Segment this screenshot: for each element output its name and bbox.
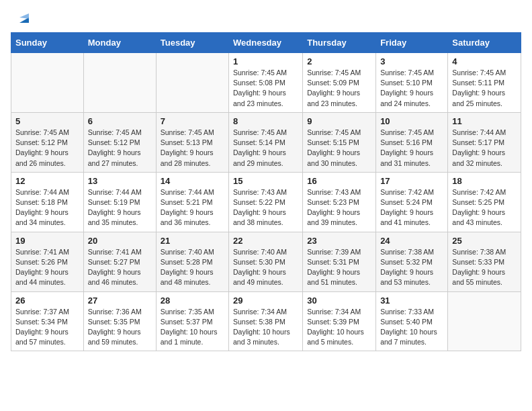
day-cell: 4Sunrise: 7:45 AM Sunset: 5:11 PM Daylig… bbox=[448, 53, 521, 113]
day-info: Sunrise: 7:45 AM Sunset: 5:15 PM Dayligh… bbox=[307, 128, 371, 169]
day-number: 24 bbox=[380, 236, 443, 246]
header bbox=[0, 0, 532, 32]
week-row-4: 26Sunrise: 7:37 AM Sunset: 5:34 PM Dayli… bbox=[11, 291, 521, 351]
day-info: Sunrise: 7:41 AM Sunset: 5:26 PM Dayligh… bbox=[15, 247, 79, 288]
weekday-header-wednesday: Wednesday bbox=[229, 33, 303, 53]
day-info: Sunrise: 7:45 AM Sunset: 5:13 PM Dayligh… bbox=[161, 128, 224, 169]
calendar-page: SundayMondayTuesdayWednesdayThursdayFrid… bbox=[0, 0, 532, 362]
day-cell: 5Sunrise: 7:45 AM Sunset: 5:12 PM Daylig… bbox=[11, 112, 84, 172]
week-row-3: 19Sunrise: 7:41 AM Sunset: 5:26 PM Dayli… bbox=[11, 232, 521, 291]
day-cell: 10Sunrise: 7:45 AM Sunset: 5:16 PM Dayli… bbox=[376, 112, 448, 172]
day-number: 13 bbox=[88, 176, 152, 186]
day-number: 12 bbox=[15, 176, 79, 186]
day-cell: 29Sunrise: 7:34 AM Sunset: 5:38 PM Dayli… bbox=[229, 291, 303, 351]
day-cell: 7Sunrise: 7:45 AM Sunset: 5:13 PM Daylig… bbox=[156, 112, 228, 172]
day-cell: 28Sunrise: 7:35 AM Sunset: 5:37 PM Dayli… bbox=[156, 291, 228, 351]
day-number: 3 bbox=[380, 56, 443, 66]
day-cell: 16Sunrise: 7:43 AM Sunset: 5:23 PM Dayli… bbox=[303, 172, 376, 232]
day-number: 30 bbox=[307, 295, 371, 306]
weekday-header-monday: Monday bbox=[83, 33, 156, 53]
day-number: 19 bbox=[15, 236, 79, 246]
day-cell: 1Sunrise: 7:45 AM Sunset: 5:08 PM Daylig… bbox=[229, 53, 303, 113]
calendar-wrapper: SundayMondayTuesdayWednesdayThursdayFrid… bbox=[0, 32, 532, 362]
day-info: Sunrise: 7:45 AM Sunset: 5:11 PM Dayligh… bbox=[452, 68, 517, 109]
day-cell: 9Sunrise: 7:45 AM Sunset: 5:15 PM Daylig… bbox=[303, 112, 376, 172]
day-cell: 11Sunrise: 7:44 AM Sunset: 5:17 PM Dayli… bbox=[448, 112, 521, 172]
day-cell: 23Sunrise: 7:39 AM Sunset: 5:31 PM Dayli… bbox=[303, 232, 376, 291]
day-info: Sunrise: 7:45 AM Sunset: 5:12 PM Dayligh… bbox=[88, 128, 152, 169]
weekday-header-row: SundayMondayTuesdayWednesdayThursdayFrid… bbox=[11, 33, 521, 53]
day-cell: 15Sunrise: 7:43 AM Sunset: 5:22 PM Dayli… bbox=[229, 172, 303, 232]
day-info: Sunrise: 7:42 AM Sunset: 5:24 PM Dayligh… bbox=[380, 187, 443, 228]
day-cell: 12Sunrise: 7:44 AM Sunset: 5:18 PM Dayli… bbox=[11, 172, 84, 232]
day-cell: 3Sunrise: 7:45 AM Sunset: 5:10 PM Daylig… bbox=[376, 53, 448, 113]
calendar-table: SundayMondayTuesdayWednesdayThursdayFrid… bbox=[11, 32, 521, 351]
day-info: Sunrise: 7:34 AM Sunset: 5:39 PM Dayligh… bbox=[307, 307, 371, 348]
day-info: Sunrise: 7:44 AM Sunset: 5:17 PM Dayligh… bbox=[452, 128, 517, 169]
day-cell: 14Sunrise: 7:44 AM Sunset: 5:21 PM Dayli… bbox=[156, 172, 228, 232]
day-number: 21 bbox=[161, 236, 224, 246]
day-info: Sunrise: 7:45 AM Sunset: 5:08 PM Dayligh… bbox=[233, 68, 298, 109]
day-number: 14 bbox=[161, 176, 224, 186]
weekday-header-saturday: Saturday bbox=[448, 33, 521, 53]
weekday-header-tuesday: Tuesday bbox=[156, 33, 228, 53]
day-info: Sunrise: 7:33 AM Sunset: 5:40 PM Dayligh… bbox=[380, 307, 443, 348]
day-number: 31 bbox=[380, 295, 443, 306]
day-info: Sunrise: 7:45 AM Sunset: 5:12 PM Dayligh… bbox=[15, 128, 79, 169]
day-number: 4 bbox=[452, 56, 517, 66]
week-row-1: 5Sunrise: 7:45 AM Sunset: 5:12 PM Daylig… bbox=[11, 112, 521, 172]
day-info: Sunrise: 7:45 AM Sunset: 5:09 PM Dayligh… bbox=[307, 68, 371, 109]
day-info: Sunrise: 7:45 AM Sunset: 5:10 PM Dayligh… bbox=[380, 68, 443, 109]
weekday-header-friday: Friday bbox=[376, 33, 448, 53]
day-info: Sunrise: 7:38 AM Sunset: 5:33 PM Dayligh… bbox=[452, 247, 517, 288]
day-info: Sunrise: 7:43 AM Sunset: 5:22 PM Dayligh… bbox=[233, 187, 298, 228]
day-cell: 31Sunrise: 7:33 AM Sunset: 5:40 PM Dayli… bbox=[376, 291, 448, 351]
day-info: Sunrise: 7:34 AM Sunset: 5:38 PM Dayligh… bbox=[233, 307, 298, 348]
day-cell bbox=[156, 53, 228, 113]
day-cell: 17Sunrise: 7:42 AM Sunset: 5:24 PM Dayli… bbox=[376, 172, 448, 232]
day-number: 2 bbox=[307, 56, 371, 66]
day-number: 7 bbox=[161, 116, 224, 126]
day-cell: 13Sunrise: 7:44 AM Sunset: 5:19 PM Dayli… bbox=[83, 172, 156, 232]
day-cell: 20Sunrise: 7:41 AM Sunset: 5:27 PM Dayli… bbox=[83, 232, 156, 291]
day-number: 23 bbox=[307, 236, 371, 246]
day-cell: 8Sunrise: 7:45 AM Sunset: 5:14 PM Daylig… bbox=[229, 112, 303, 172]
day-info: Sunrise: 7:36 AM Sunset: 5:35 PM Dayligh… bbox=[88, 307, 152, 348]
day-number: 26 bbox=[15, 295, 79, 306]
day-cell: 25Sunrise: 7:38 AM Sunset: 5:33 PM Dayli… bbox=[448, 232, 521, 291]
day-cell bbox=[11, 53, 84, 113]
logo bbox=[16, 12, 32, 26]
day-cell: 19Sunrise: 7:41 AM Sunset: 5:26 PM Dayli… bbox=[11, 232, 84, 291]
day-info: Sunrise: 7:38 AM Sunset: 5:32 PM Dayligh… bbox=[380, 247, 443, 288]
day-number: 5 bbox=[15, 116, 79, 126]
day-cell: 26Sunrise: 7:37 AM Sunset: 5:34 PM Dayli… bbox=[11, 291, 84, 351]
day-info: Sunrise: 7:40 AM Sunset: 5:30 PM Dayligh… bbox=[233, 247, 298, 288]
day-number: 10 bbox=[380, 116, 443, 126]
day-number: 16 bbox=[307, 176, 371, 186]
day-info: Sunrise: 7:39 AM Sunset: 5:31 PM Dayligh… bbox=[307, 247, 371, 288]
day-info: Sunrise: 7:37 AM Sunset: 5:34 PM Dayligh… bbox=[15, 307, 79, 348]
day-number: 11 bbox=[452, 116, 517, 126]
day-cell: 30Sunrise: 7:34 AM Sunset: 5:39 PM Dayli… bbox=[303, 291, 376, 351]
day-number: 8 bbox=[233, 116, 298, 126]
day-info: Sunrise: 7:44 AM Sunset: 5:19 PM Dayligh… bbox=[88, 187, 152, 228]
day-info: Sunrise: 7:43 AM Sunset: 5:23 PM Dayligh… bbox=[307, 187, 371, 228]
day-info: Sunrise: 7:35 AM Sunset: 5:37 PM Dayligh… bbox=[161, 307, 224, 348]
day-number: 25 bbox=[452, 236, 517, 246]
day-number: 17 bbox=[380, 176, 443, 186]
day-cell bbox=[83, 53, 156, 113]
day-number: 28 bbox=[161, 295, 224, 306]
day-cell: 27Sunrise: 7:36 AM Sunset: 5:35 PM Dayli… bbox=[83, 291, 156, 351]
day-info: Sunrise: 7:45 AM Sunset: 5:14 PM Dayligh… bbox=[233, 128, 298, 169]
day-info: Sunrise: 7:41 AM Sunset: 5:27 PM Dayligh… bbox=[88, 247, 152, 288]
logo-icon bbox=[17, 11, 32, 26]
weekday-header-thursday: Thursday bbox=[303, 33, 376, 53]
day-info: Sunrise: 7:45 AM Sunset: 5:16 PM Dayligh… bbox=[380, 128, 443, 169]
day-number: 18 bbox=[452, 176, 517, 186]
day-cell bbox=[448, 291, 521, 351]
svg-marker-1 bbox=[19, 13, 29, 19]
day-info: Sunrise: 7:40 AM Sunset: 5:28 PM Dayligh… bbox=[161, 247, 224, 288]
day-number: 9 bbox=[307, 116, 371, 126]
day-number: 15 bbox=[233, 176, 298, 186]
day-number: 29 bbox=[233, 295, 298, 306]
